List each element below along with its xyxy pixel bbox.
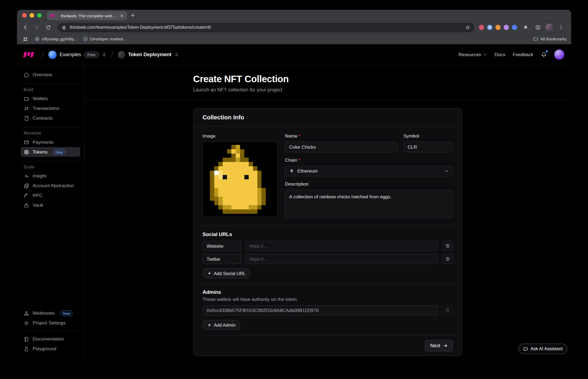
sidebar-item-webhooks[interactable]: Webhooks New [21, 308, 80, 318]
browser-tab-thirdweb[interactable]: thirdweb: The complete web3... [47, 11, 127, 20]
gear-icon [24, 320, 29, 326]
site-settings-icon[interactable] [62, 25, 66, 30]
sidebar-item-overview[interactable]: Overview [21, 70, 80, 79]
sidebar-item-insight[interactable]: Insight [21, 171, 80, 181]
sidebar-item-transactions[interactable]: Transactions [21, 104, 80, 113]
symbol-label: Symbol [404, 133, 453, 139]
social-urls-section: Social URLs [193, 226, 462, 284]
admins-description: These wallets will have authority on the… [203, 297, 453, 302]
ask-ai-assistant-button[interactable]: Ask AI Assistant [518, 344, 567, 354]
feedback-link[interactable]: Feedback [513, 52, 533, 57]
selector-chevrons-icon[interactable] [174, 52, 179, 57]
thirdweb-favicon-icon [50, 14, 55, 17]
sidebar-item-vault[interactable]: Vault [21, 200, 80, 210]
new-badge: New [53, 149, 66, 155]
sidebar-item-label: Transactions [33, 106, 59, 111]
bookmark-label: Developer marketi... [90, 37, 127, 42]
user-avatar[interactable] [554, 50, 564, 60]
all-bookmarks-button[interactable]: All Bookmarks [533, 36, 567, 42]
arrow-right-icon [443, 343, 448, 348]
sidebar-item-rpc[interactable]: RPC [21, 190, 80, 200]
sidebar-item-account-abstraction[interactable]: Account Abstraction [21, 181, 80, 190]
extension-icon-3[interactable] [496, 25, 501, 30]
bookmark-niftyswap[interactable]: niftyswap.gg/Nifty... [35, 37, 77, 42]
name-label: Name* [285, 133, 398, 139]
chain-value: Ethereum [297, 168, 441, 174]
extension-icon-1[interactable] [479, 25, 484, 30]
sidebar-divider [21, 331, 80, 331]
sidebar-item-payments[interactable]: Payments [21, 137, 80, 147]
page-title: Create NFT Collection [193, 74, 462, 84]
selector-chevrons-icon[interactable] [102, 52, 107, 57]
sidebar-item-label: Vault [33, 203, 43, 208]
reload-button[interactable] [43, 23, 53, 32]
browser-profile-avatar[interactable] [546, 24, 553, 31]
sidebar-item-contracts[interactable]: Contracts [21, 113, 80, 123]
symbol-input[interactable] [404, 142, 453, 152]
add-social-url-label: Add Social URL [214, 271, 245, 276]
apps-grid-icon[interactable] [21, 35, 29, 43]
new-tab-button[interactable] [130, 13, 135, 18]
minimize-window-button[interactable] [30, 13, 34, 18]
add-admin-button[interactable]: Add Admin [203, 320, 241, 330]
install-app-icon[interactable] [533, 23, 543, 32]
bookmark-label: niftyswap.gg/Nifty... [41, 37, 77, 42]
project-selector[interactable]: Token Deployment [118, 51, 179, 58]
docs-link[interactable]: Docs [494, 52, 505, 57]
delete-social-url-button[interactable] [442, 254, 453, 264]
bookmark-developer-marketing[interactable]: Developer marketi... [83, 37, 127, 42]
bookmarks-bar: niftyswap.gg/Nifty... Developer marketi.… [17, 34, 571, 44]
sidebar-item-tokens[interactable]: Tokens New [21, 147, 80, 157]
social-url-row [203, 254, 453, 264]
collection-image-upload[interactable] [203, 142, 278, 217]
bookmark-star-icon[interactable] [465, 25, 470, 30]
bookmark-favicon [35, 37, 40, 42]
fullscreen-window-button[interactable] [37, 13, 42, 18]
ethereum-icon [289, 168, 294, 174]
credit-card-icon [24, 139, 29, 145]
next-button[interactable]: Next [425, 340, 453, 352]
back-button[interactable] [21, 23, 30, 32]
sidebar-item-wallets[interactable]: Wallets [21, 94, 80, 104]
sidebar-item-playground[interactable]: Playground [21, 344, 80, 354]
forward-button[interactable] [32, 23, 42, 32]
social-url-input[interactable] [245, 241, 438, 251]
team-selector[interactable]: Examples Free [48, 50, 106, 59]
browser-tab-strip: thirdweb: The complete web3... [17, 10, 571, 21]
thirdweb-logo[interactable] [24, 52, 33, 57]
extensions-puzzle-icon[interactable] [520, 23, 530, 32]
admins-title: Admins [203, 289, 453, 295]
social-platform-input[interactable] [203, 241, 242, 251]
contract-file-icon [24, 115, 29, 121]
extension-icon-5[interactable] [512, 25, 517, 30]
social-url-input[interactable] [245, 254, 438, 264]
tab-close-icon[interactable] [120, 14, 124, 18]
name-input[interactable] [285, 142, 398, 152]
notifications-button[interactable] [541, 52, 547, 58]
bookmark-favicon [83, 37, 88, 42]
admin-address-input[interactable] [203, 305, 438, 316]
description-label: Description [285, 181, 453, 187]
required-asterisk: * [298, 158, 300, 163]
nft-image-pixels [206, 145, 274, 214]
delete-admin-button[interactable] [442, 305, 453, 316]
browser-menu-icon[interactable] [556, 23, 566, 32]
chat-icon [523, 346, 528, 351]
delete-social-url-button[interactable] [442, 241, 453, 251]
sidebar-item-project-settings[interactable]: Project Settings [21, 318, 80, 328]
insight-pulse-icon [24, 173, 29, 179]
sidebar-item-documentation[interactable]: Documentation [21, 334, 80, 344]
extension-icon-2[interactable] [487, 25, 492, 30]
social-urls-title: Social URLs [203, 231, 453, 237]
chain-select[interactable]: Ethereum [285, 166, 453, 176]
add-social-url-button[interactable]: Add Social URL [203, 268, 251, 278]
sidebar-item-label: Documentation [33, 336, 64, 342]
close-window-button[interactable] [22, 13, 27, 18]
resources-menu[interactable]: Resources [459, 52, 487, 57]
feedback-label: Feedback [513, 52, 533, 57]
sidebar-item-label: RPC [33, 193, 43, 198]
social-platform-input[interactable] [203, 254, 242, 264]
address-bar[interactable]: thirdweb.com/team/examples/Token-Deploym… [57, 23, 475, 32]
description-textarea[interactable]: A collection of rainbow chicks hatched f… [285, 190, 453, 218]
extension-icon-4[interactable] [504, 25, 509, 30]
